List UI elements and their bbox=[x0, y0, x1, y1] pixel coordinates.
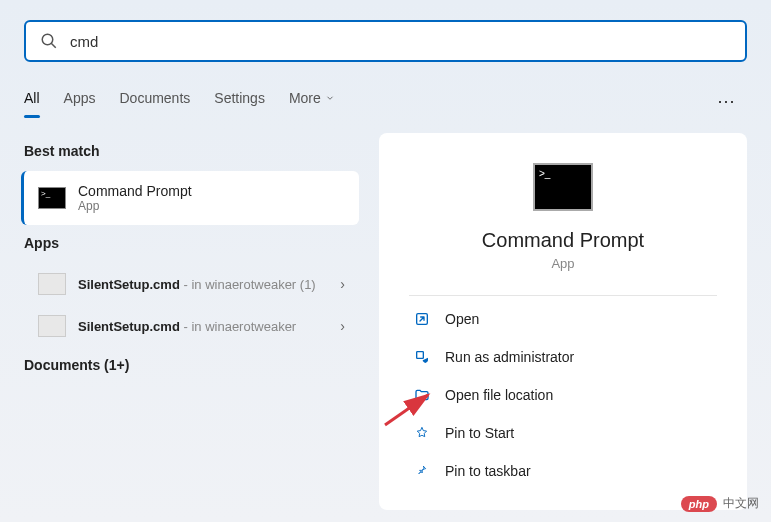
result-name: SilentSetup.cmd bbox=[78, 277, 180, 292]
tab-settings[interactable]: Settings bbox=[214, 82, 265, 114]
svg-rect-3 bbox=[417, 352, 424, 359]
tab-all[interactable]: All bbox=[24, 82, 40, 114]
filter-tabs: All Apps Documents Settings More ⋯ bbox=[24, 82, 747, 115]
app-result[interactable]: SilentSetup.cmd - in winaerotweaker (1) … bbox=[24, 263, 359, 305]
app-result[interactable]: SilentSetup.cmd - in winaerotweaker › bbox=[24, 305, 359, 347]
chevron-right-icon: › bbox=[340, 318, 345, 334]
tab-apps[interactable]: Apps bbox=[64, 82, 96, 114]
chevron-down-icon bbox=[325, 90, 335, 106]
folder-icon bbox=[413, 386, 431, 404]
shield-icon bbox=[413, 348, 431, 366]
svg-line-1 bbox=[51, 43, 56, 48]
file-icon bbox=[38, 315, 66, 337]
section-apps: Apps bbox=[24, 235, 359, 251]
best-match-result[interactable]: Command Prompt App bbox=[21, 171, 359, 225]
details-panel: Command Prompt App Open Run as administr… bbox=[379, 133, 747, 510]
action-label: Run as administrator bbox=[445, 349, 574, 365]
result-location: - in winaerotweaker bbox=[183, 319, 296, 334]
pin-icon bbox=[413, 424, 431, 442]
action-open[interactable]: Open bbox=[409, 300, 717, 338]
result-title: Command Prompt bbox=[78, 183, 192, 199]
command-prompt-icon bbox=[38, 187, 66, 209]
overflow-menu-icon[interactable]: ⋯ bbox=[717, 90, 737, 112]
details-subtitle: App bbox=[551, 256, 574, 271]
section-best-match: Best match bbox=[24, 143, 359, 159]
action-pin-start[interactable]: Pin to Start bbox=[409, 414, 717, 452]
open-icon bbox=[413, 310, 431, 328]
action-pin-taskbar[interactable]: Pin to taskbar bbox=[409, 452, 717, 490]
chevron-right-icon: › bbox=[340, 276, 345, 292]
tab-more[interactable]: More bbox=[289, 82, 335, 114]
result-location: - in winaerotweaker (1) bbox=[183, 277, 315, 292]
file-icon bbox=[38, 273, 66, 295]
watermark-brand: php bbox=[681, 496, 717, 512]
tab-documents[interactable]: Documents bbox=[119, 82, 190, 114]
action-run-admin[interactable]: Run as administrator bbox=[409, 338, 717, 376]
search-bar[interactable] bbox=[24, 20, 747, 62]
search-input[interactable] bbox=[70, 33, 731, 50]
action-open-location[interactable]: Open file location bbox=[409, 376, 717, 414]
watermark-text: 中文网 bbox=[723, 495, 759, 512]
search-icon bbox=[40, 32, 58, 50]
result-name: SilentSetup.cmd bbox=[78, 319, 180, 334]
pin-icon bbox=[413, 462, 431, 480]
watermark: php 中文网 bbox=[681, 495, 759, 512]
action-label: Pin to taskbar bbox=[445, 463, 531, 479]
section-documents: Documents (1+) bbox=[24, 357, 359, 373]
action-label: Pin to Start bbox=[445, 425, 514, 441]
command-prompt-icon bbox=[533, 163, 593, 211]
details-title: Command Prompt bbox=[482, 229, 644, 252]
action-label: Open file location bbox=[445, 387, 553, 403]
divider bbox=[409, 295, 717, 296]
tab-more-label: More bbox=[289, 90, 321, 106]
results-column: Best match Command Prompt App Apps Silen… bbox=[24, 133, 359, 510]
result-subtitle: App bbox=[78, 199, 192, 213]
action-label: Open bbox=[445, 311, 479, 327]
svg-point-0 bbox=[42, 34, 53, 45]
